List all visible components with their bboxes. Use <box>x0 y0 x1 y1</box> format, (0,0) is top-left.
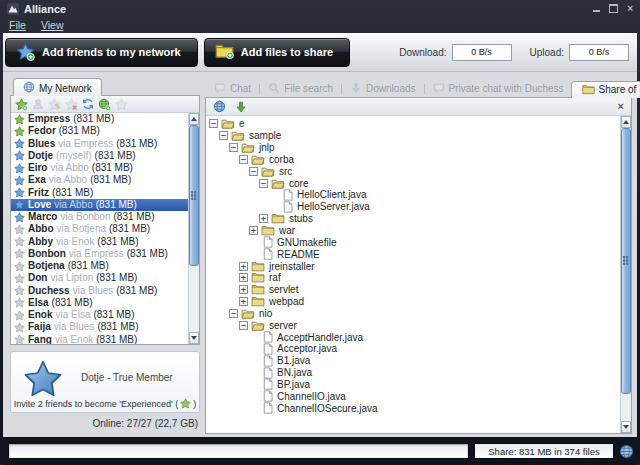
maximize-button[interactable] <box>609 4 618 13</box>
friend-row[interactable]: Dotje(myself)(831 MB) <box>11 150 188 162</box>
friend-star-icon <box>14 175 25 186</box>
friend-row[interactable]: Elsa(831 MB) <box>11 297 188 309</box>
refresh-icon[interactable] <box>82 98 94 110</box>
tree-expander[interactable]: − <box>239 321 248 330</box>
close-button[interactable]: × <box>627 4 633 14</box>
tree-expander[interactable]: + <box>259 214 268 223</box>
friend-row[interactable]: Eirovia Abbo(831 MB) <box>11 162 188 174</box>
tree-row[interactable]: +jreinstaller <box>209 260 619 272</box>
scroll-up-button[interactable] <box>189 113 199 125</box>
tree-row[interactable]: −src <box>209 165 619 177</box>
tree-row[interactable]: BP.java <box>209 379 619 391</box>
menu-view[interactable]: View <box>41 19 64 31</box>
scrollbar-thumb[interactable] <box>621 128 631 394</box>
tree-row[interactable]: −sample <box>209 130 619 142</box>
tree-row[interactable]: +webpad <box>209 296 619 308</box>
tree-expander[interactable]: − <box>249 167 258 176</box>
friend-row[interactable]: Fangvia Enok(831 MB) <box>11 334 188 345</box>
download-selection-icon[interactable] <box>235 101 247 113</box>
tree-row[interactable]: −nio <box>209 308 619 320</box>
tree-row[interactable]: Acceptor.java <box>209 343 619 355</box>
tree-row[interactable]: −corba <box>209 154 619 166</box>
tab-private-chat-with-duchess[interactable]: Private chat with Duchess <box>426 80 571 97</box>
menu-file[interactable]: File <box>9 19 26 31</box>
friend-share-size: (831 MB) <box>90 174 131 186</box>
friend-row[interactable]: Faijavia Blues(831 MB) <box>11 321 188 333</box>
app-window: Alliance × File View Add friends to my n… <box>0 0 640 465</box>
tab-downloads[interactable]: Downloads <box>343 80 422 97</box>
tree-row[interactable]: −jnlp <box>209 142 619 154</box>
friend-row[interactable]: Abbovia Botjena(831 MB) <box>11 223 188 235</box>
scroll-down-button[interactable] <box>621 421 631 433</box>
scrollbar-thumb[interactable] <box>189 125 199 266</box>
tree-label: raf <box>269 272 281 283</box>
tree-row[interactable]: +war <box>209 225 619 237</box>
friend-via: via Lipton <box>50 272 93 284</box>
tree-row[interactable]: HelloClient.java <box>209 189 619 201</box>
tree-scrollbar[interactable] <box>620 116 631 433</box>
tree-row[interactable]: −e <box>209 118 619 130</box>
tree-expander[interactable]: − <box>259 179 268 188</box>
tree-row[interactable]: GNUmakefile <box>209 236 619 248</box>
tree-expander[interactable]: + <box>249 226 258 235</box>
tree-expander[interactable]: + <box>239 262 248 271</box>
friend-row[interactable]: Bluesvia Empress(831 MB) <box>11 138 188 150</box>
scroll-up-button[interactable] <box>621 116 631 128</box>
friend-share-size: (831 MB) <box>97 236 138 248</box>
star-plus-icon <box>16 42 35 63</box>
tree-expander[interactable]: − <box>209 119 218 128</box>
tree-expander[interactable]: − <box>239 155 248 164</box>
friend-share-size: (831 MB) <box>73 113 114 125</box>
friend-row[interactable]: Fedor(831 MB) <box>11 125 188 137</box>
tree-expander[interactable]: − <box>219 131 228 140</box>
tree-label: Acceptor.java <box>277 343 337 354</box>
download-speed-value: 0 B/s <box>452 44 512 61</box>
tree-row[interactable]: −server <box>209 319 619 331</box>
friend-row[interactable]: Lovevia Abbo(831 MB) <box>11 199 188 211</box>
tree-row[interactable]: +raf <box>209 272 619 284</box>
friend-row[interactable]: Bonbonvia Empress(831 MB) <box>11 248 188 260</box>
tree-label: ChannelIOSecure.java <box>277 403 378 414</box>
friend-row[interactable]: Botjena(831 MB) <box>11 260 188 272</box>
tree-expander[interactable]: + <box>239 297 248 306</box>
friend-row[interactable]: Exavia Abbo(831 MB) <box>11 174 188 186</box>
add-files-button[interactable]: Add files to share <box>204 38 350 67</box>
friend-share-size: (831 MB) <box>96 199 137 211</box>
close-tab-button[interactable]: × <box>618 101 624 112</box>
tab-my-network[interactable]: My Network <box>13 78 102 96</box>
friend-row[interactable]: Donvia Lipton(831 MB) <box>11 272 188 284</box>
tab-share-of-love[interactable]: Share of Love <box>571 81 640 98</box>
tree-row[interactable]: ChannelIOSecure.java <box>209 402 619 414</box>
add-friends-button[interactable]: Add friends to my network <box>5 38 198 67</box>
friend-row[interactable]: Duchessvia Blues(831 MB) <box>11 285 188 297</box>
tree-row[interactable]: B1.java <box>209 355 619 367</box>
tree-row[interactable]: ChannelIO.java <box>209 390 619 402</box>
tree-label: sample <box>249 130 281 141</box>
friends-list-area: Empress(831 MB)Fedor(831 MB)Bluesvia Emp… <box>11 113 199 344</box>
tree-row[interactable]: README <box>209 248 619 260</box>
tree-row[interactable]: +servlet <box>209 284 619 296</box>
file-icon <box>263 343 273 355</box>
tree-expander[interactable]: − <box>229 143 238 152</box>
tab-file-search[interactable]: File search <box>261 80 340 97</box>
tree-row[interactable]: HelloServer.java <box>209 201 619 213</box>
minimize-button[interactable] <box>593 5 600 12</box>
tree-row[interactable]: BN.java <box>209 367 619 379</box>
tree-row[interactable]: AcceptHandler.java <box>209 331 619 343</box>
add-friend-icon[interactable] <box>15 98 28 111</box>
tab-chat[interactable]: Chat <box>207 80 258 97</box>
refresh-share-icon[interactable] <box>213 100 226 113</box>
friend-row[interactable]: Fritz(831 MB) <box>11 187 188 199</box>
tree-expander[interactable]: + <box>239 285 248 294</box>
friends-scrollbar[interactable] <box>188 113 199 344</box>
friend-row[interactable]: Marcovia Bonbon(831 MB) <box>11 211 188 223</box>
friend-row[interactable]: Enokvia Elsa(831 MB) <box>11 309 188 321</box>
tree-row[interactable]: +stubs <box>209 213 619 225</box>
add-network-icon[interactable] <box>98 98 111 111</box>
friend-row[interactable]: Empress(831 MB) <box>11 113 188 125</box>
scroll-down-button[interactable] <box>189 332 199 344</box>
friend-row[interactable]: Abbyvia Enok(831 MB) <box>11 236 188 248</box>
tree-expander[interactable]: + <box>239 273 248 282</box>
tree-expander[interactable]: − <box>229 309 238 318</box>
tree-row[interactable]: −core <box>209 177 619 189</box>
